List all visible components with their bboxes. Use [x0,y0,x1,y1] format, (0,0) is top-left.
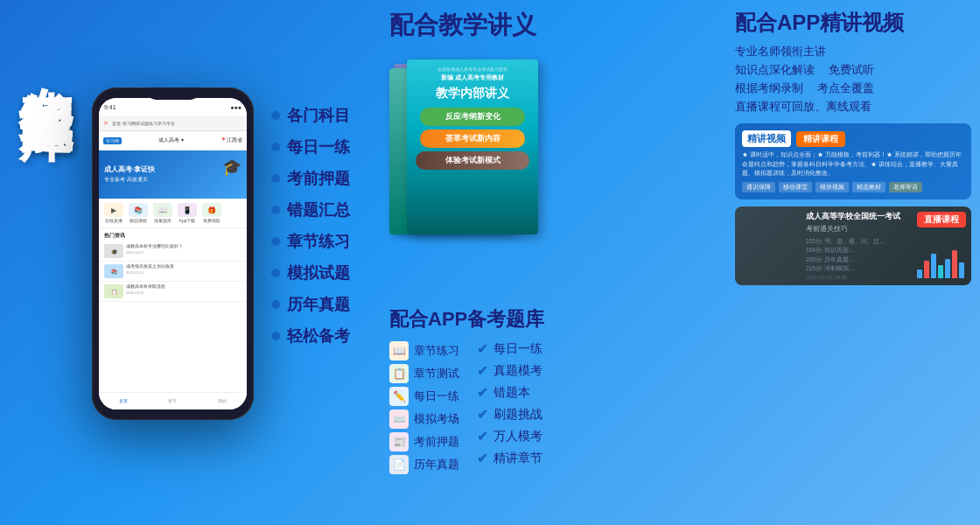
video-tags: 通识保障 移动课堂 模块视频 精选教材 老师寄语 [742,182,964,192]
app-bank-section: 配合APP备考题库 📖 章节练习 📋 章节测试 ✏️ 每日一练 ⌨️ 模拟考场 … [389,306,544,474]
tag-2: 移动课堂 [779,182,812,192]
check-real: ✔ 真题模考 [477,363,542,379]
teaching-title: 配合教学讲义 [389,9,547,42]
app-bank-title: 配合APP备考题库 [389,306,544,332]
video-label: 精讲视频 [742,130,791,147]
feature-item-2: 每日一练 [271,136,350,158]
right-section: 配合APP精讲视频 专业名师领衔主讲 知识点深化解读 免费试听 根据考纲录制 考… [735,9,971,285]
right-title: 配合APP精讲视频 [735,9,971,37]
features-list: 各门科目 每日一练 考前押题 错题汇总 章节练习 模拟试题 历年真题 轻松备考 [271,105,350,357]
feature-dot [271,237,280,246]
bank-daily: ✏️ 每日一练 [389,387,459,406]
video-card: 精讲视频 精讲课程 ★ 课时适中，知识点全面；★ 万能模板，考前利器！★ 系统精… [735,123,971,200]
video-badge: 精讲课程 [796,131,845,147]
bank-history: 📄 历年真题 [389,455,459,474]
check-wrong: ✔ 错题本 [477,385,542,401]
feature-dot [271,174,280,183]
feature-item-8: 轻松备考 [271,326,350,346]
phone-frame: 9:41 ●●● ✕ 首页-学习网班试题练习学习平台 学习网 成人高考 ▾ 📍江… [92,88,254,420]
bank-predict: 📰 考前押题 [389,432,459,452]
feature-item-6: 模拟试题 [271,262,350,284]
check-mass: ✔ 万人模考 [477,429,542,444]
video-desc: ★ 课时适中，知识点全面；★ 万能模板，考前利器！★ 系统精讲，帮助把握历年命题… [742,150,964,178]
feature-dot [271,206,280,214]
bank-test: 📋 章节测试 [389,364,459,383]
feature-item-3: 考前押题 [271,168,350,189]
check-challenge: ✔ 刷题挑战 [477,407,542,423]
feature-dot [271,332,280,340]
tag-5: 老师寄语 [889,182,922,192]
badge-new: 荟萃考试新内容 [420,130,525,148]
feature-dot [271,143,280,151]
feature-item-5: 章节练习 [271,231,350,252]
right-features: 专业名师领衔主讲 知识点深化解读 免费试听 根据考纲录制 考点全覆盖 直播课程可… [735,44,971,115]
check-lecture: ✔ 精讲章节 [477,451,542,466]
page-title: 在线智能题库 [16,44,75,65]
feature-item-1: 各门科目 [271,105,350,126]
feature-dot [271,269,280,277]
feature-dot [271,111,280,120]
bank-mock: ⌨️ 模拟考场 [389,410,459,429]
teaching-section: 配合教学讲义 全国各类成人高考专业考试复习指导 新编 成人高考专用教材 教学内部… [389,9,547,250]
tag-4: 精选教材 [852,182,886,192]
live-card: 成人高等学校全国统一考试 考前通关技巧 155分: 书、进、最、问、过... 1… [735,206,971,285]
tag-1: 通识保障 [742,182,775,192]
check-daily: ✔ 每日一练 [477,341,542,357]
feature-dot [271,300,280,309]
feature-item-4: 错题汇总 [271,200,350,220]
phone-mockup: 9:41 ●●● ✕ 首页-学习网班试题练习学习平台 学习网 成人高考 ▾ 📍江… [92,26,254,490]
live-chart [917,248,964,278]
tag-3: 模块视频 [816,182,849,192]
phone-screen: 9:41 ●●● ✕ 首页-学习网班试题练习学习平台 学习网 成人高考 ▾ 📍江… [99,98,247,410]
feature-item-7: 历年真题 [271,294,350,315]
badge-mode: 体验考试新模式 [416,151,529,170]
bank-chapter: 📖 章节练习 [389,341,459,360]
live-badge: 直播课程 [917,212,966,228]
badge-change: 反应考纲新变化 [420,108,525,126]
book-display: 全国各类成人高考专业考试复习指导 新编 成人高考专用教材 教学内部讲义 反应考纲… [389,51,547,243]
